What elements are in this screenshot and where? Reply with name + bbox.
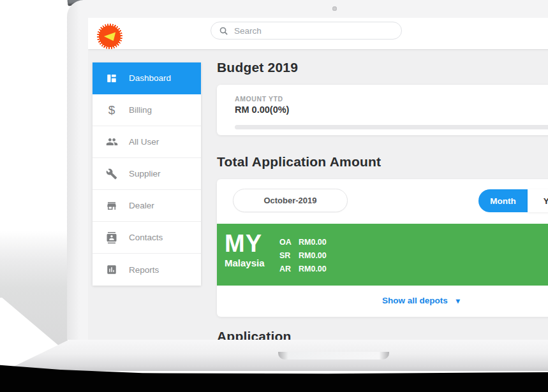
application-amount-card: October-2019 Month Year MY Malaysia — [217, 179, 548, 317]
sidebar-item-reports[interactable]: Reports — [93, 254, 201, 286]
top-bar — [88, 18, 548, 49]
budget-progress-bar — [235, 125, 548, 129]
period-label: October-2019 — [263, 196, 316, 205]
laptop-mockup: Dashboard $ Billing All User — [0, 0, 548, 392]
sidebar: Dashboard $ Billing All User — [93, 62, 201, 286]
budget-card: AMOUNT YTD RM 0.00(0%) — [217, 85, 548, 135]
country-stats: OA RM0.00 SR RM0.00 AR RM0.00 — [279, 236, 327, 286]
sidebar-item-label: All User — [129, 137, 159, 147]
app-logo[interactable] — [97, 24, 122, 49]
laptop-shadow — [0, 231, 68, 357]
country-block: MY Malaysia — [225, 231, 279, 286]
month-toggle-button[interactable]: Month — [478, 189, 528, 212]
stat-label: AR — [279, 263, 299, 276]
sidebar-item-label: Contacts — [129, 233, 163, 242]
country-code: MY — [225, 231, 279, 256]
amount-ytd-value: RM 0.00(0%) — [235, 105, 289, 115]
amount-ytd-label: AMOUNT YTD — [235, 95, 283, 103]
webcam-dot — [332, 6, 337, 11]
contacts-icon — [105, 231, 118, 244]
sidebar-item-all-user[interactable]: All User — [93, 126, 201, 158]
application-title: Application — [217, 329, 292, 340]
stat-value: RM0.00 — [299, 249, 327, 263]
sidebar-item-contacts[interactable]: Contacts — [93, 222, 201, 254]
store-icon — [105, 200, 118, 212]
stat-value: RM0.00 — [299, 236, 327, 249]
show-all-depots-label: Show all depots — [382, 296, 448, 305]
chevron-down-icon: ▾ — [456, 296, 460, 305]
sidebar-item-dealer[interactable]: Dealer — [93, 190, 201, 222]
search-icon — [219, 26, 228, 36]
search-input[interactable] — [234, 26, 394, 36]
sidebar-item-supplier[interactable]: Supplier — [93, 158, 201, 190]
wrench-icon — [105, 168, 118, 180]
stat-row-oa: OA RM0.00 — [279, 236, 327, 249]
stat-label: SR — [279, 249, 299, 263]
laptop-base — [0, 340, 548, 371]
country-name: Malaysia — [225, 258, 279, 268]
stat-value: RM0.00 — [299, 263, 327, 276]
country-banner: MY Malaysia OA RM0.00 SR RM0.00 — [217, 224, 548, 286]
sidebar-item-label: Reports — [129, 265, 159, 275]
sidebar-item-label: Billing — [129, 105, 152, 115]
dashboard-icon — [105, 72, 118, 85]
month-year-toggle: Month Year — [478, 189, 548, 212]
sidebar-item-label: Dealer — [129, 201, 154, 210]
sidebar-item-label: Dashboard — [129, 73, 171, 83]
sidebar-item-dashboard[interactable]: Dashboard — [93, 62, 201, 94]
app-ui: Dashboard $ Billing All User — [88, 18, 548, 340]
period-dropdown[interactable]: October-2019 — [233, 189, 348, 212]
total-application-title: Total Application Amount — [217, 154, 381, 170]
stat-row-ar: AR RM0.00 — [279, 263, 327, 276]
budget-title: Budget 2019 — [217, 60, 298, 75]
laptop-screen: Dashboard $ Billing All User — [88, 18, 548, 340]
year-label: Year — [544, 196, 548, 206]
show-all-depots-link[interactable]: Show all depots▾ — [217, 296, 548, 305]
sidebar-item-label: Supplier — [129, 169, 161, 178]
stat-label: OA — [279, 236, 299, 249]
dollar-icon: $ — [105, 104, 118, 117]
laptop-notch — [278, 352, 389, 359]
bar-chart-icon — [105, 263, 118, 276]
year-toggle-button[interactable]: Year — [528, 189, 548, 212]
month-label: Month — [490, 196, 515, 206]
stat-row-sr: SR RM0.00 — [279, 249, 327, 263]
sidebar-item-billing[interactable]: $ Billing — [93, 94, 201, 126]
users-icon — [105, 136, 118, 149]
search-box[interactable] — [211, 22, 402, 40]
